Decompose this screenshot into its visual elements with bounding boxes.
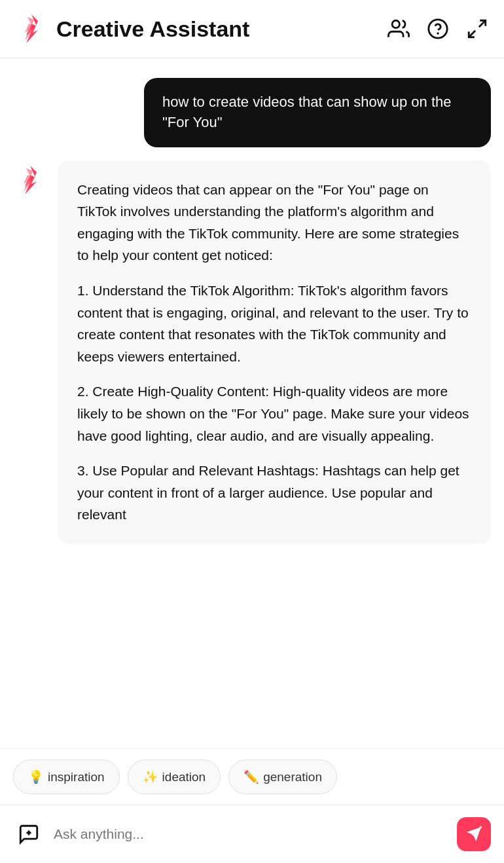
chip-generation[interactable]: ✏️ generation — [228, 760, 337, 794]
response-card: Creating videos that can appear on the "… — [58, 160, 491, 544]
header: Creative Assistant — [0, 0, 504, 58]
generation-emoji: ✏️ — [243, 769, 259, 784]
profile-icon[interactable] — [386, 16, 411, 41]
inspiration-label: inspiration — [48, 770, 105, 784]
inspiration-emoji: 💡 — [28, 769, 44, 784]
response-point1: 1. Understand the TikTok Algorithm: TikT… — [77, 280, 471, 367]
expand-icon[interactable] — [465, 16, 490, 41]
chip-inspiration[interactable]: 💡 inspiration — [13, 760, 120, 794]
response-intro: Creating videos that can appear on the "… — [77, 179, 471, 266]
app-title: Creative Assistant — [56, 16, 249, 42]
help-icon[interactable] — [425, 16, 450, 41]
generation-label: generation — [263, 770, 322, 784]
main-content: how to create videos that can show up on… — [0, 58, 504, 748]
send-button[interactable] — [457, 817, 491, 851]
chat-input[interactable] — [54, 821, 448, 847]
assistant-avatar — [13, 163, 47, 197]
svg-line-6 — [469, 31, 475, 37]
new-chat-button[interactable] — [13, 818, 45, 850]
input-bar — [0, 805, 504, 863]
assistant-response: Creating videos that can appear on the "… — [13, 160, 491, 544]
user-message: how to create videos that can show up on… — [144, 78, 491, 147]
header-left: Creative Assistant — [14, 12, 249, 46]
response-point2: 2. Create High-Quality Content: High-qua… — [77, 380, 471, 447]
ideation-emoji: ✨ — [143, 769, 158, 784]
svg-line-5 — [479, 20, 486, 27]
svg-point-2 — [392, 20, 399, 28]
logo-icon — [14, 12, 48, 46]
suggestion-chips: 💡 inspiration ✨ ideation ✏️ generation — [0, 748, 504, 805]
chip-ideation[interactable]: ✨ ideation — [128, 760, 221, 794]
header-actions — [386, 16, 490, 41]
response-point3: 3. Use Popular and Relevant Hashtags: Ha… — [77, 460, 471, 526]
ideation-label: ideation — [162, 770, 206, 784]
